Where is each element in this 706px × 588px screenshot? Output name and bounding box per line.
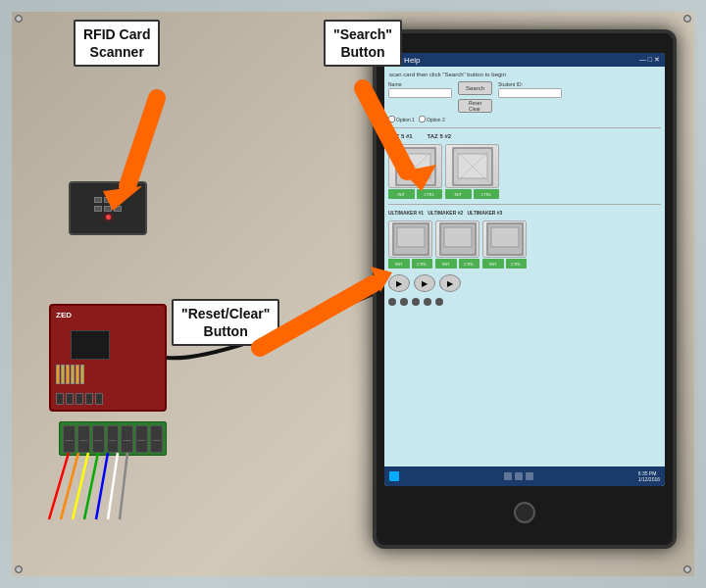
chip-4	[94, 206, 102, 212]
um2-ctrl-btn[interactable]: CTRL	[459, 259, 480, 269]
media-buttons-row: ▶ ▶ ▶	[388, 274, 661, 292]
taz-printer-1: INIT CTRL	[388, 144, 442, 199]
id-input[interactable]	[498, 88, 562, 98]
ultimaker-1: INIT CTRL	[388, 220, 432, 269]
chip-row-2	[94, 206, 122, 212]
taskbar-start	[389, 471, 399, 481]
um1-init-btn[interactable]: INIT	[388, 259, 410, 269]
chip-2	[104, 197, 112, 203]
taz-printer-1-img	[388, 144, 442, 188]
ultimaker-3: INIT CTRL	[482, 220, 527, 269]
action-buttons: Search ResetClear	[458, 81, 492, 113]
controller-board: ZED	[49, 304, 167, 412]
taz-printer-2-img	[445, 144, 499, 188]
instruction-text: scan card then click "Search" button to …	[388, 71, 661, 78]
taz-2-init-btn[interactable]: INIT	[445, 189, 472, 199]
taskbar-icon-3[interactable]	[526, 472, 533, 480]
name-label: Name:	[388, 81, 452, 87]
checkbox-row: Option 1 Option 2	[388, 116, 661, 122]
terminal-screw-3	[92, 425, 105, 453]
search-row: Name: Search ResetClear Student ID:	[388, 81, 661, 113]
tablet: File Help — □ ✕ scan card then click "Se…	[373, 29, 677, 549]
taz-1-ctrl-btn[interactable]: CTRL	[417, 189, 443, 199]
checkbox-1[interactable]	[388, 116, 395, 122]
ultimaker-2: INIT CTRL	[435, 220, 479, 269]
status-dot-1	[388, 298, 396, 306]
rfid-led	[106, 215, 111, 220]
terminal-block	[59, 421, 167, 456]
taz-2-buttons: INIT CTRL	[445, 189, 499, 199]
svg-rect-20	[491, 227, 519, 247]
um1-buttons: INIT CTRL	[388, 259, 432, 269]
screen-title-bar: File Help — □ ✕	[384, 53, 665, 67]
divider-2	[388, 204, 661, 205]
um2-init-btn[interactable]: INIT	[435, 259, 457, 269]
reset-clear-button[interactable]: ResetClear	[458, 99, 492, 113]
status-dot-2	[400, 298, 408, 306]
divider-1	[388, 127, 661, 128]
ultimaker-2-img	[435, 220, 479, 258]
um3-ctrl-btn[interactable]: CTRL	[506, 259, 528, 269]
id-group: Student ID:	[498, 81, 562, 98]
port-5	[95, 393, 103, 405]
taskbar: 6:35 PM 1/12/2016	[384, 466, 665, 486]
terminal-screw-7	[150, 425, 163, 453]
ultimaker-section-header: ULTIMAKER #1 ULTIMAKER #2 ULTIMAKER #3	[388, 210, 661, 216]
status-dot-3	[412, 298, 420, 306]
taz-printers: INIT CTRL INIT	[388, 144, 661, 199]
play-btn-2[interactable]: ▶	[414, 274, 435, 292]
checkbox-label-1[interactable]: Option 1	[388, 116, 415, 122]
svg-rect-12	[458, 154, 487, 178]
windows-logo[interactable]	[389, 471, 399, 481]
tablet-screen: File Help — □ ✕ scan card then click "Se…	[384, 53, 665, 486]
svg-rect-18	[444, 227, 472, 247]
taz-2-ctrl-btn[interactable]: CTRL	[474, 189, 500, 199]
checkbox-label-2[interactable]: Option 2	[419, 116, 445, 122]
svg-rect-8	[401, 154, 430, 178]
port-3	[76, 393, 83, 405]
pin-headers	[56, 365, 84, 384]
um1-ctrl-btn[interactable]: CTRL	[412, 259, 433, 269]
play-btn-1[interactable]: ▶	[388, 274, 410, 292]
taskbar-time: 6:35 PM 1/12/2016	[638, 470, 660, 483]
reset-annotation: "Reset/Clear" Button	[172, 299, 279, 346]
port-2	[66, 393, 74, 405]
terminal-screw-6	[135, 425, 148, 453]
um3-buttons: INIT CTRL	[482, 259, 527, 269]
title-bar-controls: — □ ✕	[639, 56, 660, 64]
checkbox-2[interactable]	[419, 116, 426, 122]
rfid-annotation: RFID Card Scanner	[74, 20, 160, 67]
taz-1-buttons: INIT CTRL	[388, 189, 442, 199]
port-1	[56, 393, 64, 405]
terminal-screw-2	[77, 425, 90, 453]
reset-annotation-text: "Reset/Clear" Button	[181, 306, 270, 339]
play-btn-3[interactable]: ▶	[439, 274, 461, 292]
status-dots-row	[388, 298, 661, 306]
chip-6	[114, 206, 122, 212]
screw-tl	[15, 15, 23, 23]
ultimaker-printers: INIT CTRL INIT CTRL	[388, 220, 661, 269]
terminal-screw-4	[107, 425, 120, 453]
chip-row-1	[94, 197, 122, 203]
tablet-home-button[interactable]	[514, 502, 535, 523]
taz-1-init-btn[interactable]: INIT	[388, 189, 415, 199]
name-input[interactable]	[388, 88, 452, 98]
port-4	[85, 393, 93, 405]
taskbar-icon-2[interactable]	[515, 472, 523, 480]
search-button[interactable]: Search	[458, 81, 492, 95]
um2-buttons: INIT CTRL	[435, 259, 479, 269]
name-group: Name:	[388, 81, 452, 98]
chip-1	[94, 197, 102, 203]
terminal-screw-1	[63, 425, 76, 453]
search-annotation-text: "Search" Button	[333, 26, 392, 60]
status-dot-4	[424, 298, 431, 306]
board-ports	[56, 393, 160, 405]
screw-tr	[683, 15, 691, 23]
um3-init-btn[interactable]: INIT	[482, 259, 504, 269]
taskbar-icons	[504, 472, 533, 480]
screen-content: scan card then click "Search" button to …	[384, 67, 665, 466]
search-annotation: "Search" Button	[324, 20, 402, 67]
chip-3	[114, 197, 122, 203]
taskbar-icon-1[interactable]	[504, 472, 512, 480]
svg-rect-16	[397, 227, 425, 247]
